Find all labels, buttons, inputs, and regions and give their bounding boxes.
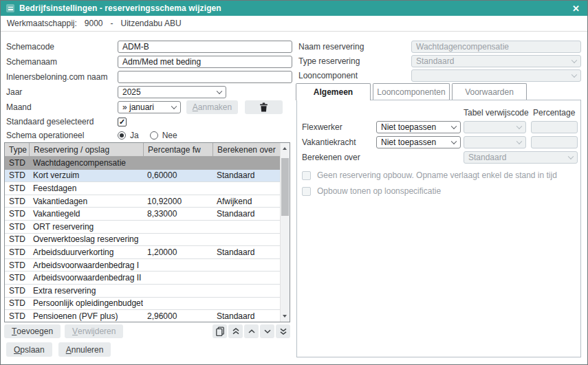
flexwerker-label: Flexwerker	[302, 122, 376, 132]
table-row[interactable]: STD Wachtdagencompensatie	[5, 157, 280, 170]
table-row[interactable]: STD Arbeidsduurverkorting 1,20000 Standa…	[5, 246, 280, 259]
naam-reservering-label: Naam reservering	[298, 42, 411, 52]
schemanaam-input[interactable]: Adm/Med met beding	[118, 56, 292, 68]
cell-reservering: Wachtdagencompensatie	[29, 158, 143, 168]
cell-type: STD	[5, 184, 29, 193]
schema-operationeel-label: Schema operationeel	[6, 131, 118, 140]
standaard-geselecteerd-checkbox[interactable]: ✓	[118, 118, 127, 126]
move-bottom-button[interactable]	[276, 324, 290, 338]
dropdown-chevron-icon	[171, 104, 177, 109]
reservation-table-body: STD Wachtdagencompensatie STD Kort verzu…	[5, 157, 280, 322]
percentage-header: Percentage	[533, 108, 575, 118]
jaar-label: Jaar	[6, 87, 118, 97]
table-row[interactable]: STD ORT reservering	[5, 221, 280, 234]
table-scrollbar[interactable]	[280, 143, 290, 322]
move-top-button[interactable]	[228, 324, 243, 338]
radio-nee[interactable]	[150, 131, 158, 140]
cell-reservering: Vakantiedagen	[29, 197, 143, 206]
opslaan-button[interactable]: Opslaan	[6, 342, 52, 357]
cell-percentage: 2,96000	[143, 311, 213, 321]
table-header: Type Reservering / opslag Percentage fw …	[5, 143, 280, 157]
radio-nee-label: Nee	[162, 131, 177, 140]
schema-form: Schemacode ADM-B Schemanaam Adm/Med met …	[6, 39, 292, 142]
cell-berekenen-over: Standaard	[213, 170, 280, 180]
table-row[interactable]: STD Persoonlijk opleidingenbudget	[5, 298, 280, 311]
tab-algemeen[interactable]: Algemeen	[296, 83, 371, 100]
delete-month-button[interactable]	[245, 100, 283, 114]
double-chevron-down-icon	[279, 328, 287, 335]
standaard-geselecteerd-label: Standaard geselecteerd	[6, 117, 118, 126]
trash-icon	[259, 102, 268, 112]
vakantiekracht-mode-select[interactable]: Niet toepassen	[376, 136, 461, 148]
close-icon[interactable]: ✕	[570, 4, 582, 13]
company-bar: Werkmaatschappij: 9000 - Uitzendabu ABU	[1, 16, 587, 32]
table-row[interactable]: STD Vakantiedagen 10,92000 Afwijkend	[5, 195, 280, 208]
cell-reservering: Vakantiegeld	[29, 209, 143, 219]
tab-voorwaarden[interactable]: Voorwaarden	[452, 83, 527, 100]
tab-looncomponenten[interactable]: Looncomponenten	[373, 83, 450, 100]
type-reservering-select: Standaard	[411, 55, 581, 67]
cell-type: STD	[5, 261, 29, 270]
table-row[interactable]: STD Overwerktoeslag reservering	[5, 234, 280, 247]
verwijderen-button: Verwijderen	[65, 324, 123, 338]
dropdown-chevron-icon	[571, 57, 577, 63]
cell-percentage: 8,33000	[143, 209, 213, 219]
dropdown-chevron-icon	[571, 71, 577, 77]
cell-reservering: Overwerktoeslag reservering	[29, 234, 143, 244]
dropdown-chevron-icon	[568, 153, 574, 159]
dropdown-chevron-icon	[516, 123, 522, 129]
table-row[interactable]: STD Arbeidsvoorwaardenbedrag II	[5, 272, 280, 285]
cell-type: STD	[5, 247, 29, 257]
flexwerker-verwijscode-select	[464, 121, 526, 133]
dropdown-chevron-icon	[516, 138, 522, 144]
panel-column-headers: Tabel verwijscode Percentage	[297, 108, 580, 118]
cell-reservering: Kort verzuim	[29, 170, 143, 180]
maand-label: Maand	[6, 102, 118, 112]
schemanaam-label: Schemanaam	[6, 57, 118, 67]
table-row[interactable]: STD Arbeidsvoorwaardenbedrag I	[5, 259, 280, 272]
table-row[interactable]: STD Feestdagen	[5, 182, 280, 195]
flexwerker-mode-select[interactable]: Niet toepassen	[376, 121, 461, 133]
scroll-up-icon[interactable]	[283, 147, 287, 150]
table-row[interactable]: STD Kort verzuim 0,60000 Standaard	[5, 170, 280, 183]
cell-reservering: Feestdagen	[29, 184, 143, 193]
cell-type: STD	[5, 209, 29, 219]
cell-reservering: Arbeidsvoorwaardenbedrag II	[29, 273, 143, 283]
column-berekenen-over[interactable]: Berekenen over	[213, 143, 280, 156]
radio-ja-label: Ja	[130, 131, 139, 140]
annuleren-button[interactable]: Annuleren	[58, 342, 111, 357]
cell-berekenen-over: Standaard	[213, 209, 280, 219]
table-row[interactable]: STD Pensioenen (PVF plus) 2,96000 Standa…	[5, 310, 280, 322]
scroll-down-icon[interactable]	[283, 315, 287, 318]
column-reservering[interactable]: Reservering / opslag	[29, 143, 143, 156]
cell-type: STD	[5, 197, 29, 206]
column-percentage[interactable]: Percentage fw	[143, 143, 213, 156]
schemacode-input[interactable]: ADM-B	[118, 41, 292, 53]
scrollbar-thumb[interactable]	[281, 158, 289, 216]
table-actions: Toevoegen Verwijderen	[4, 324, 290, 338]
cell-percentage: 1,20000	[143, 247, 213, 257]
toevoegen-button[interactable]: Toevoegen	[4, 324, 61, 338]
cell-type: STD	[5, 234, 29, 244]
company-name: Uitzendabu ABU	[121, 19, 182, 28]
table-row[interactable]: STD Vakantiegeld 8,33000 Standaard	[5, 208, 280, 221]
radio-ja[interactable]	[118, 131, 126, 140]
copy-button[interactable]	[213, 324, 227, 338]
dropdown-chevron-icon	[217, 89, 222, 94]
form-icon	[6, 4, 14, 12]
cell-berekenen-over: Afwijkend	[213, 197, 280, 206]
company-code: 9000	[85, 19, 103, 28]
maand-select[interactable]: » januari	[118, 101, 181, 113]
inlenersbeloning-input[interactable]	[118, 71, 292, 83]
chevron-up-icon	[248, 329, 256, 334]
tabel-verwijscode-header: Tabel verwijscode	[464, 108, 529, 118]
reservation-detail: Naam reservering Wachtdagencompensatie T…	[298, 39, 581, 82]
table-row[interactable]: STD Extra reservering	[5, 285, 280, 298]
detail-tabs: Algemeen Looncomponenten Voorwaarden	[296, 83, 527, 100]
looncomponent-select	[411, 69, 581, 82]
move-down-button[interactable]	[260, 324, 274, 338]
move-up-button[interactable]	[244, 324, 259, 338]
dialog-reserveringsschema: Bedrijfsinstellingen - reserveringsschem…	[0, 0, 588, 365]
jaar-select[interactable]: 2025	[118, 86, 226, 98]
column-type[interactable]: Type	[5, 143, 29, 156]
